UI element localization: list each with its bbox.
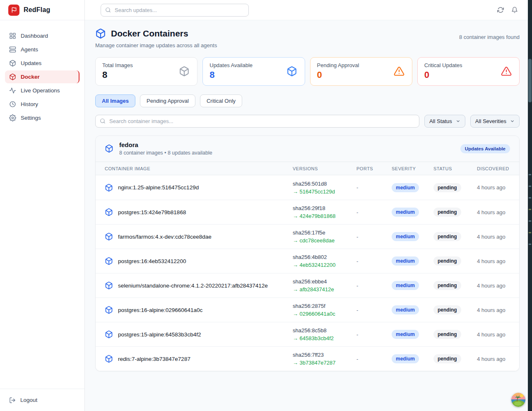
version-current: sha256:ebbe4	[293, 278, 356, 285]
page-scrollbar[interactable]	[528, 0, 532, 411]
sidebar-item-agents[interactable]: Agents	[5, 43, 79, 56]
logout-button[interactable]: Logout	[9, 397, 37, 404]
tab-all-images[interactable]: All Images	[95, 94, 135, 107]
version-current: sha256:17f5e	[293, 230, 356, 236]
discovered-time: 4 hours ago	[477, 307, 510, 313]
chevron-down-icon	[510, 119, 515, 123]
container-cube-icon	[95, 28, 106, 39]
package-icon	[179, 66, 190, 77]
filter-row: All Status All Severities	[95, 115, 520, 128]
brand: RedFlag	[0, 0, 84, 20]
version-current: sha256:29f18	[293, 205, 356, 211]
ports-value: -	[356, 234, 392, 240]
sidebar-nav: Dashboard Agents Updates Docker Live Ope…	[0, 20, 84, 124]
stat-value: 0	[317, 70, 359, 80]
version-new: → 029660641a0c	[293, 311, 356, 317]
sidebar-item-settings[interactable]: Settings	[5, 111, 79, 124]
column-header: Status	[433, 166, 477, 171]
table-row[interactable]: redis:7-alpine:3b73847e7287 sha256:7ff23…	[96, 346, 519, 371]
sidebar: RedFlag Dashboard Agents Updates Docker …	[0, 0, 85, 411]
status-badge: pending	[433, 354, 461, 363]
stat-label: Updates Available	[209, 62, 253, 68]
sidebar-item-label: Live Operations	[21, 87, 60, 94]
image-search	[95, 115, 419, 128]
stat-label: Total Images	[102, 62, 133, 68]
clock-icon	[9, 101, 16, 108]
version-current: sha256:7ff23	[293, 352, 356, 358]
island-icon	[511, 393, 525, 407]
sidebar-item-dashboard[interactable]: Dashboard	[5, 29, 79, 42]
status-badge: pending	[433, 256, 461, 266]
activity-icon	[9, 87, 16, 94]
image-search-input[interactable]	[95, 115, 419, 128]
result-count: 8 container images found	[459, 34, 520, 40]
refresh-icon[interactable]	[497, 7, 504, 13]
sidebar-item-history[interactable]: History	[5, 98, 79, 111]
table-row[interactable]: postgres:15:424e79b81868 sha256:29f18 → …	[96, 200, 519, 224]
ports-value: -	[356, 258, 392, 264]
severity-badge: medium	[392, 183, 419, 192]
stat-card-pending-approval: Pending Approval 0	[310, 57, 412, 86]
discovered-time: 4 hours ago	[477, 184, 510, 191]
stat-value: 8	[102, 70, 133, 80]
container-image-name: redis:7-alpine:3b73847e7287	[118, 356, 190, 362]
sidebar-item-updates[interactable]: Updates	[5, 57, 79, 70]
tab-critical-only[interactable]: Critical Only	[200, 94, 242, 107]
logout-icon	[9, 397, 16, 404]
status-filter-select[interactable]: All Status	[424, 115, 465, 128]
global-search-input[interactable]	[101, 4, 249, 17]
status-badge: pending	[433, 305, 461, 314]
ports-value: -	[356, 356, 392, 362]
scrollbar-thumb[interactable]	[528, 59, 532, 102]
tab-pending-approval[interactable]: Pending Approval	[140, 94, 195, 107]
severity-filter-select[interactable]: All Severities	[470, 115, 520, 128]
container-cube-icon	[105, 208, 113, 216]
sidebar-item-label: Settings	[21, 115, 41, 121]
filter-tabs: All Images Pending Approval Critical Onl…	[95, 94, 520, 107]
warning-triangle-icon	[394, 66, 404, 77]
sidebar-item-label: Docker	[21, 74, 40, 80]
table-body: nginx:1.25-alpine:516475cc129d sha256:50…	[96, 175, 519, 371]
status-badge: pending	[433, 281, 461, 290]
stats-row: Total Images 8 Updates Available 8 Pendi…	[95, 57, 520, 86]
container-image-name: farmos/farmos:4.x-dev:cdc78cee8dae	[118, 234, 212, 240]
server-icon	[9, 46, 16, 53]
version-new: → 4eb532412200	[293, 262, 356, 268]
stat-card-total-images: Total Images 8	[95, 57, 197, 86]
sidebar-item-label: Updates	[21, 60, 41, 66]
table-row[interactable]: nginx:1.25-alpine:516475cc129d sha256:50…	[96, 175, 519, 200]
version-new: → afb28437412e	[293, 286, 356, 293]
table-row[interactable]: postgres:15-alpine:64583b3cb4f2 sha256:8…	[96, 322, 519, 346]
group-meta: 8 container images • 8 updates available	[119, 150, 212, 156]
severity-badge: medium	[392, 305, 419, 314]
chevron-down-icon	[456, 119, 460, 123]
table-row[interactable]: farmos/farmos:4.x-dev:cdc78cee8dae sha25…	[96, 224, 519, 249]
sidebar-item-label: History	[21, 101, 38, 107]
container-image-name: postgres:16-alpine:029660641a0c	[118, 307, 202, 313]
container-cube-icon	[105, 184, 113, 192]
search-icon	[105, 7, 111, 13]
table-row[interactable]: postgres:16-alpine:029660641a0c sha256:2…	[96, 297, 519, 322]
severity-filter-value: All Severities	[475, 118, 506, 124]
container-image-name: postgres:16:4eb532412200	[118, 258, 186, 264]
column-header: Discovered	[477, 166, 510, 171]
container-cube-icon	[105, 355, 113, 363]
table-row[interactable]: selenium/standalone-chrome:4.1.2-2022021…	[96, 273, 519, 297]
stat-value: 8	[209, 70, 253, 80]
version-new: → 3b73847e7287	[293, 360, 356, 366]
brand-name: RedFlag	[24, 6, 51, 14]
discovered-time: 4 hours ago	[477, 258, 510, 264]
sidebar-item-docker[interactable]: Docker	[5, 70, 79, 83]
version-new: → cdc78cee8dae	[293, 237, 356, 244]
main-content: Docker Containers Manage container image…	[85, 20, 532, 411]
sidebar-footer: Logout	[0, 389, 84, 411]
severity-badge: medium	[392, 354, 419, 363]
island-widget-button[interactable]	[511, 393, 525, 407]
table-row[interactable]: postgres:16:4eb532412200 sha256:4b802 → …	[96, 249, 519, 273]
version-current: sha256:8c5b8	[293, 327, 356, 334]
dashboard-grid-icon	[9, 32, 16, 39]
sidebar-item-live-operations[interactable]: Live Operations	[5, 84, 79, 97]
version-new: → 516475cc129d	[293, 189, 356, 195]
bell-icon[interactable]	[511, 7, 518, 13]
status-filter-value: All Status	[429, 118, 452, 124]
